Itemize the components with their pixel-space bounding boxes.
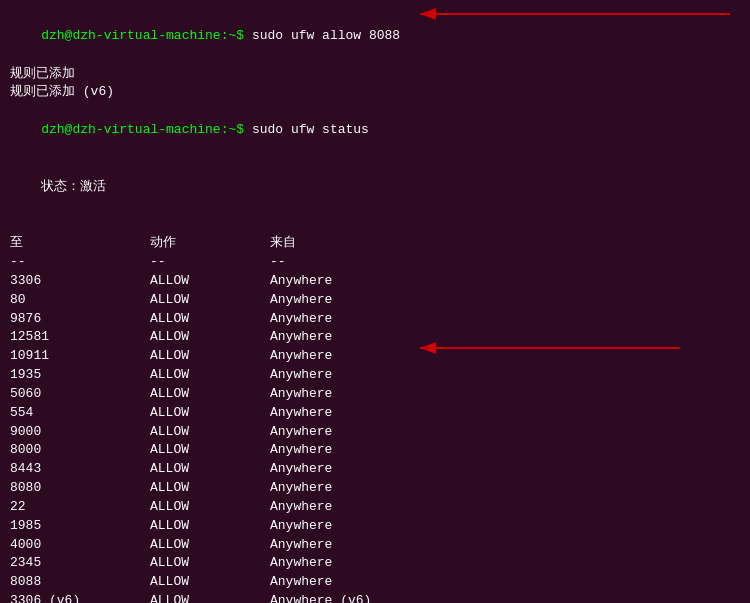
status-value: 激活: [80, 179, 106, 194]
table-row: 8000ALLOWAnywhere: [10, 441, 740, 460]
cell-port: 80: [10, 291, 150, 310]
cell-port: 22: [10, 498, 150, 517]
cell-action: ALLOW: [150, 328, 270, 347]
cell-action: ALLOW: [150, 366, 270, 385]
header-from: 来自: [270, 234, 430, 253]
prompt2: dzh@dzh-virtual-machine: [41, 122, 220, 137]
msg2: 规则已添加 (v6): [10, 83, 740, 102]
cell-from: Anywhere: [270, 310, 430, 329]
table-row: 554ALLOWAnywhere: [10, 404, 740, 423]
table-separator: -- -- --: [10, 253, 740, 272]
terminal: dzh@dzh-virtual-machine:~$ sudo ufw allo…: [0, 0, 750, 603]
cell-action: ALLOW: [150, 536, 270, 555]
blank1: [10, 215, 740, 234]
msg1: 规则已添加: [10, 65, 740, 84]
cell-port: 12581: [10, 328, 150, 347]
header-action: 动作: [150, 234, 270, 253]
cell-port: 554: [10, 404, 150, 423]
sep-action: --: [150, 253, 270, 272]
cell-action: ALLOW: [150, 423, 270, 442]
cell-from: Anywhere: [270, 517, 430, 536]
cell-action: ALLOW: [150, 592, 270, 603]
table-row: 3306 (v6)ALLOWAnywhere (v6): [10, 592, 740, 603]
status-label: 状态：: [41, 179, 80, 194]
cell-action: ALLOW: [150, 347, 270, 366]
cell-port: 3306: [10, 272, 150, 291]
sep-from: --: [270, 253, 430, 272]
cmd2-text: sudo ufw status: [252, 122, 369, 137]
table-row: 4000ALLOWAnywhere: [10, 536, 740, 555]
cell-from: Anywhere: [270, 498, 430, 517]
cell-action: ALLOW: [150, 291, 270, 310]
cell-from: Anywhere: [270, 366, 430, 385]
cell-action: ALLOW: [150, 517, 270, 536]
cell-from: Anywhere: [270, 328, 430, 347]
cell-port: 8080: [10, 479, 150, 498]
cell-port: 3306 (v6): [10, 592, 150, 603]
sep-port: --: [10, 253, 150, 272]
status-line: 状态：激活: [10, 159, 740, 216]
cell-from: Anywhere: [270, 347, 430, 366]
table-row: 10911ALLOWAnywhere: [10, 347, 740, 366]
cmd1-text: sudo ufw allow 8088: [252, 28, 400, 43]
cell-from: Anywhere: [270, 404, 430, 423]
cell-from: Anywhere: [270, 573, 430, 592]
cell-port: 1985: [10, 517, 150, 536]
table-row: 80ALLOWAnywhere: [10, 291, 740, 310]
cell-port: 8443: [10, 460, 150, 479]
cell-from: Anywhere: [270, 272, 430, 291]
cell-port: 1935: [10, 366, 150, 385]
table-row: 8088ALLOWAnywhere: [10, 573, 740, 592]
table-row: 9876ALLOWAnywhere: [10, 310, 740, 329]
prompt-sep2: :~$: [221, 122, 252, 137]
prompt-cmd2: dzh@dzh-virtual-machine:~$ sudo ufw stat…: [10, 102, 740, 159]
cell-port: 10911: [10, 347, 150, 366]
cell-port: 2345: [10, 554, 150, 573]
cell-port: 9000: [10, 423, 150, 442]
table-row: 9000ALLOWAnywhere: [10, 423, 740, 442]
cell-action: ALLOW: [150, 498, 270, 517]
cell-from: Anywhere: [270, 385, 430, 404]
cell-from: Anywhere: [270, 460, 430, 479]
cell-from: Anywhere: [270, 479, 430, 498]
cell-from: Anywhere: [270, 291, 430, 310]
cell-port: 9876: [10, 310, 150, 329]
cell-from: Anywhere: [270, 441, 430, 460]
table-row: 1985ALLOWAnywhere: [10, 517, 740, 536]
table-header: 至 动作 来自: [10, 234, 740, 253]
cell-from: Anywhere: [270, 554, 430, 573]
table-row: 8080ALLOWAnywhere: [10, 479, 740, 498]
cell-from: Anywhere: [270, 423, 430, 442]
prompt-cmd1: dzh@dzh-virtual-machine:~$ sudo ufw allo…: [10, 8, 740, 65]
cell-port: 8088: [10, 573, 150, 592]
cell-action: ALLOW: [150, 573, 270, 592]
cell-action: ALLOW: [150, 441, 270, 460]
prompt1: dzh@dzh-virtual-machine: [41, 28, 220, 43]
table-row: 3306ALLOWAnywhere: [10, 272, 740, 291]
cell-action: ALLOW: [150, 404, 270, 423]
cell-from: Anywhere (v6): [270, 592, 430, 603]
cell-port: 5060: [10, 385, 150, 404]
table-row: 12581ALLOWAnywhere: [10, 328, 740, 347]
table-row: 22ALLOWAnywhere: [10, 498, 740, 517]
cell-action: ALLOW: [150, 385, 270, 404]
table-row: 5060ALLOWAnywhere: [10, 385, 740, 404]
cell-port: 4000: [10, 536, 150, 555]
prompt-sep1: :~$: [221, 28, 252, 43]
table-row: 1935ALLOWAnywhere: [10, 366, 740, 385]
table-row: 8443ALLOWAnywhere: [10, 460, 740, 479]
header-port: 至: [10, 234, 150, 253]
cell-action: ALLOW: [150, 272, 270, 291]
cell-action: ALLOW: [150, 310, 270, 329]
table-row: 2345ALLOWAnywhere: [10, 554, 740, 573]
cell-action: ALLOW: [150, 554, 270, 573]
cell-port: 8000: [10, 441, 150, 460]
cell-action: ALLOW: [150, 479, 270, 498]
table-body: 3306ALLOWAnywhere80ALLOWAnywhere9876ALLO…: [10, 272, 740, 603]
cell-action: ALLOW: [150, 460, 270, 479]
cell-from: Anywhere: [270, 536, 430, 555]
